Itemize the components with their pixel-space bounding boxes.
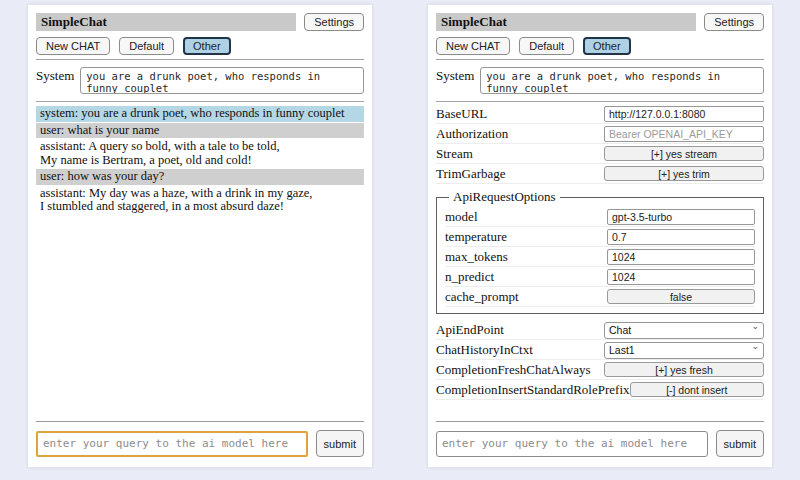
toolbar-divider — [36, 59, 364, 60]
setting-row-completionfreshchatalways: CompletionFreshChatAlways [+] yes fresh — [436, 360, 764, 380]
max-tokens-input[interactable] — [607, 249, 755, 265]
session-toolbar: New CHAT Default Other — [436, 37, 764, 55]
system-prompt-row: System — [36, 67, 364, 94]
setting-row-baseurl: BaseURL — [436, 104, 764, 124]
chat-message-assistant: assistant: My day was a haze, with a dri… — [36, 186, 364, 215]
setting-row-chathistoryinctxt: ChatHistoryInCtxt Last1 — [436, 340, 764, 360]
header: SimpleChat Settings — [36, 13, 364, 31]
model-input[interactable] — [607, 209, 755, 225]
api-request-options-fieldset: ApiRequestOptions model temperature max_… — [436, 189, 764, 314]
chat-panel: SimpleChat Settings New CHAT Default Oth… — [28, 5, 372, 467]
app-title: SimpleChat — [436, 13, 696, 31]
completioninsertstandardroleprefix-label: CompletionInsertStandardRolePrefix — [436, 382, 630, 398]
temperature-label: temperature — [445, 229, 507, 245]
setting-row-apiendpoint: ApiEndPoint Chat — [436, 320, 764, 340]
query-bar: submit — [36, 421, 364, 457]
max-tokens-label: max_tokens — [445, 249, 508, 265]
app-title: SimpleChat — [36, 13, 296, 31]
system-label: System — [36, 67, 74, 83]
completionfreshchatalways-toggle-button[interactable]: [+] yes fresh — [604, 362, 764, 377]
session-tab-default[interactable]: Default — [519, 37, 574, 55]
session-tab-default[interactable]: Default — [119, 37, 174, 55]
apiendpoint-label: ApiEndPoint — [436, 322, 504, 338]
stream-label: Stream — [436, 146, 473, 162]
query-input[interactable] — [436, 431, 708, 457]
setting-row-n-predict: n_predict — [445, 267, 755, 287]
chat-message-assistant: assistant: A query so bold, with a tale … — [36, 139, 364, 168]
apiendpoint-select[interactable]: Chat — [604, 322, 764, 339]
submit-button[interactable]: submit — [716, 430, 764, 457]
chat-message-list: system: you are a drunk poet, who respon… — [36, 106, 364, 215]
cache-prompt-toggle-button[interactable]: false — [607, 289, 755, 304]
cache-prompt-label: cache_prompt — [445, 289, 519, 305]
header: SimpleChat Settings — [436, 13, 764, 31]
system-divider — [436, 101, 764, 102]
settings-panel: SimpleChat Settings New CHAT Default Oth… — [428, 5, 772, 467]
baseurl-input[interactable] — [604, 106, 764, 122]
setting-row-trimgarbage: TrimGarbage [+] yes trim — [436, 164, 764, 184]
toolbar-divider — [436, 59, 764, 60]
settings-button[interactable]: Settings — [304, 13, 364, 31]
settings-list: BaseURL Authorization Stream [+] yes str… — [436, 104, 764, 400]
session-tab-other[interactable]: Other — [183, 37, 231, 55]
authorization-input[interactable] — [604, 126, 764, 142]
system-divider — [36, 101, 364, 102]
session-toolbar: New CHAT Default Other — [36, 37, 364, 55]
setting-row-authorization: Authorization — [436, 124, 764, 144]
setting-row-stream: Stream [+] yes stream — [436, 144, 764, 164]
apiendpoint-select-wrap: Chat — [604, 320, 764, 339]
system-label: System — [436, 67, 474, 83]
api-request-options-legend: ApiRequestOptions — [449, 189, 560, 205]
system-prompt-textarea[interactable] — [80, 67, 364, 94]
chathistoryinctxt-label: ChatHistoryInCtxt — [436, 342, 533, 358]
completionfreshchatalways-label: CompletionFreshChatAlways — [436, 362, 591, 378]
stream-toggle-button[interactable]: [+] yes stream — [604, 146, 764, 161]
baseurl-label: BaseURL — [436, 106, 487, 122]
n-predict-input[interactable] — [607, 269, 755, 285]
chathistoryinctxt-select[interactable]: Last1 — [604, 342, 764, 359]
new-chat-button[interactable]: New CHAT — [436, 37, 510, 55]
submit-button[interactable]: submit — [316, 430, 364, 457]
setting-row-cache-prompt: cache_prompt false — [445, 287, 755, 307]
setting-row-max-tokens: max_tokens — [445, 247, 755, 267]
authorization-label: Authorization — [436, 126, 508, 142]
chat-message-user: user: how was your day? — [36, 169, 364, 185]
system-prompt-textarea[interactable] — [480, 67, 764, 94]
chathistoryinctxt-select-wrap: Last1 — [604, 340, 764, 359]
system-prompt-row: System — [436, 67, 764, 94]
settings-button[interactable]: Settings — [704, 13, 764, 31]
temperature-input[interactable] — [607, 229, 755, 245]
n-predict-label: n_predict — [445, 269, 494, 285]
query-bar: submit — [436, 421, 764, 457]
setting-row-model: model — [445, 207, 755, 227]
completioninsertstandardroleprefix-toggle-button[interactable]: [-] dont insert — [630, 382, 764, 397]
setting-row-temperature: temperature — [445, 227, 755, 247]
setting-row-completioninsertstandardroleprefix: CompletionInsertStandardRolePrefix [-] d… — [436, 380, 764, 400]
model-label: model — [445, 209, 478, 225]
new-chat-button[interactable]: New CHAT — [36, 37, 110, 55]
query-input[interactable] — [36, 431, 308, 457]
trimgarbage-label: TrimGarbage — [436, 166, 506, 182]
chat-message-system: system: you are a drunk poet, who respon… — [36, 106, 364, 122]
trimgarbage-toggle-button[interactable]: [+] yes trim — [604, 166, 764, 181]
chat-message-user: user: what is your name — [36, 123, 364, 139]
session-tab-other[interactable]: Other — [583, 37, 631, 55]
